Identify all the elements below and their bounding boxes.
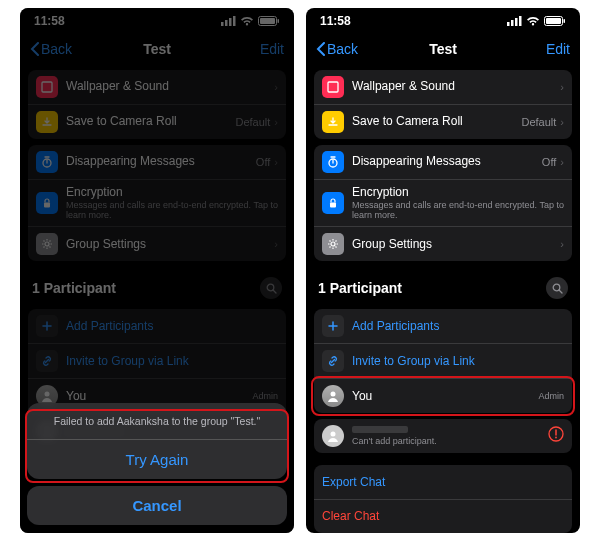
nav-edit[interactable]: Edit	[260, 41, 284, 57]
status-time: 11:58	[320, 14, 351, 28]
svg-rect-3	[233, 16, 236, 26]
svg-point-12	[45, 392, 50, 397]
row-label: Save to Camera Roll	[352, 115, 513, 128]
lock-icon	[36, 192, 58, 214]
phone-left: 11:58 Back Test Edit Wallpaper & Sound	[20, 8, 294, 533]
wallpaper-icon	[322, 76, 344, 98]
wallpaper-icon	[36, 76, 58, 98]
row-label: Save to Camera Roll	[66, 115, 227, 128]
chevron-right-icon: ›	[560, 81, 564, 93]
status-icons	[507, 16, 566, 26]
row-disappearing[interactable]: Disappearing Messages Off›	[28, 145, 286, 179]
plus-circle-icon	[36, 315, 58, 337]
row-add-participants[interactable]: Add Participants	[314, 309, 572, 343]
row-wallpaper[interactable]: Wallpaper & Sound ›	[28, 70, 286, 104]
battery-icon	[544, 16, 566, 26]
link-icon	[36, 350, 58, 372]
participants-header: 1 Participant	[20, 267, 294, 303]
chevron-right-icon: ›	[274, 238, 278, 250]
chevron-left-icon	[30, 42, 39, 56]
row-wallpaper[interactable]: Wallpaper & Sound ›	[314, 70, 572, 104]
redacted-name	[352, 426, 408, 433]
row-label: Add Participants	[66, 320, 278, 333]
svg-rect-5	[260, 18, 275, 24]
row-label: You	[352, 390, 530, 403]
svg-rect-7	[42, 82, 52, 92]
row-group-settings[interactable]: Group Settings ›	[314, 226, 572, 261]
action-sheet: Failed to add Aakanksha to the group "Te…	[27, 403, 287, 525]
svg-rect-21	[328, 82, 338, 92]
row-invite-link[interactable]: Invite to Group via Link	[314, 343, 572, 378]
row-save-camera-roll[interactable]: Save to Camera Roll Default›	[28, 104, 286, 139]
nav-back[interactable]: Back	[316, 41, 358, 57]
svg-rect-6	[278, 19, 280, 23]
row-disappearing[interactable]: Disappearing Messages Off›	[314, 145, 572, 179]
participants-group: Add Participants Invite to Group via Lin…	[314, 309, 572, 413]
chevron-right-icon: ›	[560, 116, 564, 128]
row-export-chat[interactable]: Export Chat	[314, 465, 572, 499]
row-label: Add Participants	[352, 320, 564, 333]
row-label: Export Chat	[322, 476, 564, 489]
svg-point-26	[331, 392, 336, 397]
row-label: Wallpaper & Sound	[66, 80, 266, 93]
row-label: Invite to Group via Link	[66, 355, 278, 368]
row-group-settings[interactable]: Group Settings ›	[28, 226, 286, 261]
row-encryption[interactable]: Encryption Messages and calls are end-to…	[28, 179, 286, 226]
settings-group-2: Disappearing Messages Off› Encryption Me…	[28, 145, 286, 261]
row-label: Disappearing Messages	[352, 155, 534, 168]
gear-icon	[322, 233, 344, 255]
wifi-icon	[526, 16, 540, 26]
svg-rect-20	[564, 19, 566, 23]
row-clear-chat[interactable]: Clear Chat	[314, 499, 572, 533]
row-label: Wallpaper & Sound	[352, 80, 552, 93]
admin-tag: Admin	[252, 391, 278, 401]
statusbar: 11:58	[20, 8, 294, 34]
avatar	[322, 425, 344, 447]
settings-group-2: Disappearing Messages Off› Encryption Me…	[314, 145, 572, 261]
svg-rect-16	[515, 18, 518, 26]
svg-rect-19	[546, 18, 561, 24]
svg-rect-15	[511, 20, 514, 26]
signal-icon	[221, 16, 236, 26]
search-button[interactable]	[546, 277, 568, 299]
row-add-participants[interactable]: Add Participants	[28, 309, 286, 343]
search-icon	[266, 283, 277, 294]
row-sub: Messages and calls are end-to-end encryp…	[66, 200, 278, 220]
search-icon	[552, 283, 563, 294]
row-cant-add[interactable]: Can't add participant.	[314, 419, 572, 453]
row-invite-link[interactable]: Invite to Group via Link	[28, 343, 286, 378]
search-button[interactable]	[260, 277, 282, 299]
row-label: Group Settings	[352, 238, 552, 251]
svg-rect-23	[330, 203, 336, 208]
sheet-message: Failed to add Aakanksha to the group "Te…	[27, 403, 287, 440]
chevron-right-icon: ›	[560, 238, 564, 250]
try-again-button[interactable]: Try Again	[27, 440, 287, 479]
row-label: You	[66, 390, 244, 403]
actions-group-1: Export Chat Clear Chat	[314, 465, 572, 533]
row-label: Disappearing Messages	[66, 155, 248, 168]
row-label: Encryption	[66, 186, 278, 199]
row-sub: Messages and calls are end-to-end encryp…	[352, 200, 564, 220]
svg-point-24	[331, 242, 335, 246]
status-icons	[221, 16, 280, 26]
svg-point-29	[555, 437, 557, 439]
participants-header: 1 Participant	[306, 267, 580, 303]
row-encryption[interactable]: Encryption Messages and calls are end-to…	[314, 179, 572, 226]
row-save-camera-roll[interactable]: Save to Camera Roll Default›	[314, 104, 572, 139]
nav-back[interactable]: Back	[30, 41, 72, 57]
timer-icon	[36, 151, 58, 173]
svg-rect-9	[44, 203, 50, 208]
wifi-icon	[240, 16, 254, 26]
svg-rect-14	[507, 22, 510, 26]
svg-rect-1	[225, 20, 228, 26]
admin-tag: Admin	[538, 391, 564, 401]
nav-edit[interactable]: Edit	[546, 41, 570, 57]
row-label: Invite to Group via Link	[352, 355, 564, 368]
signal-icon	[507, 16, 522, 26]
link-icon	[322, 350, 344, 372]
camera-roll-icon	[36, 111, 58, 133]
settings-group-1: Wallpaper & Sound › Save to Camera Roll …	[28, 70, 286, 139]
phone-right: 11:58 Back Test Edit Wallpaper & Sound ›	[306, 8, 580, 533]
row-you[interactable]: You Admin	[314, 378, 572, 413]
cancel-button[interactable]: Cancel	[27, 486, 287, 525]
